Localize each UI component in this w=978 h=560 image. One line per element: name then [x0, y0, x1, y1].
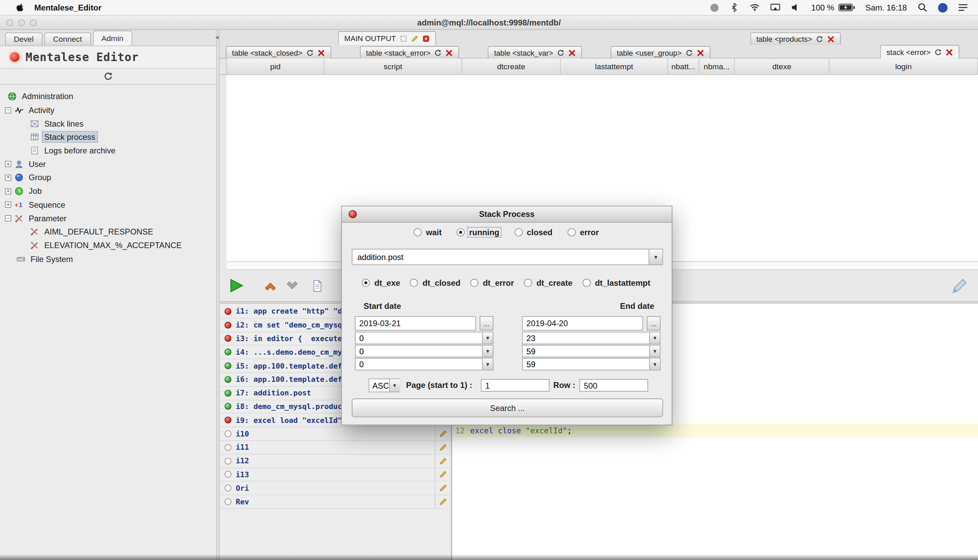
sidebar-tab-devel[interactable]: Devel — [5, 33, 42, 46]
collapse-icon[interactable]: − — [5, 215, 11, 221]
chevron-down-icon[interactable]: ▼ — [389, 379, 400, 392]
screen-mirroring-icon[interactable] — [770, 2, 780, 12]
sidebar-tab-admin[interactable]: Admin — [93, 30, 132, 45]
sort-order-combo[interactable]: ASC ▼ — [369, 378, 400, 392]
tree-item-aiml_default_response[interactable]: AIML_DEFAULT_RESPONSE — [0, 225, 216, 238]
script-item-i11[interactable]: i11 — [220, 441, 451, 455]
edit-icon[interactable] — [411, 35, 418, 42]
tree-item-administration[interactable]: Administration — [0, 90, 216, 103]
tab-table-products[interactable]: table <products> — [750, 33, 841, 45]
menu-app-name[interactable]: Mentalese_Editor — [34, 3, 102, 12]
chevron-down-icon[interactable]: ▼ — [649, 332, 660, 343]
wifi-icon[interactable] — [749, 2, 759, 12]
collapse-arrow-icon[interactable]: ◀ — [215, 35, 219, 40]
edit-script-button[interactable] — [435, 482, 451, 495]
tab-table-stack_var[interactable]: table <stack_var> — [488, 46, 582, 59]
end-time-combo-0[interactable]: 23▼ — [522, 332, 661, 345]
column-header-login[interactable]: login — [829, 59, 978, 74]
siri-icon[interactable] — [938, 3, 948, 12]
chevron-down-icon[interactable]: ▼ — [482, 332, 493, 343]
radio-wait[interactable]: wait — [414, 228, 443, 237]
edit-script-button[interactable] — [435, 468, 451, 481]
tree-item-group[interactable]: +Group — [0, 171, 216, 185]
tree-item-user[interactable]: +User — [0, 157, 216, 171]
column-header-nbatt[interactable]: nbatt... — [668, 59, 699, 74]
chevron-down-icon[interactable]: ▼ — [649, 345, 660, 357]
refresh-icon[interactable] — [103, 72, 113, 81]
refresh-icon[interactable] — [816, 35, 823, 43]
refresh-icon[interactable] — [434, 49, 442, 56]
page-field[interactable] — [481, 379, 549, 392]
start-time-combo-0[interactable]: 0▼ — [355, 332, 493, 345]
close-icon[interactable] — [568, 49, 576, 56]
expand-icon[interactable] — [400, 35, 407, 42]
tab-table-stack_error[interactable]: table <stack_error> — [360, 46, 459, 59]
start-date-field[interactable] — [355, 316, 476, 330]
chevron-down-icon[interactable]: ▼ — [482, 359, 493, 370]
record-icon[interactable] — [422, 35, 430, 42]
apple-icon[interactable] — [15, 2, 25, 12]
tree-item-stack-process[interactable]: Stack process — [0, 130, 216, 144]
bluetooth-icon[interactable] — [729, 2, 739, 12]
chevron-down-icon[interactable]: ▼ — [649, 359, 660, 370]
collapse-icon[interactable]: − — [5, 107, 11, 113]
minimize-window-button[interactable] — [18, 19, 25, 26]
column-header-nbma[interactable]: nbma... — [699, 59, 735, 74]
sidebar-splitter[interactable]: ◀ — [216, 30, 219, 560]
volume-icon[interactable] — [791, 2, 800, 12]
start-time-combo-1[interactable]: 0▼ — [355, 345, 493, 357]
close-icon[interactable] — [317, 49, 325, 56]
tree-item-activity[interactable]: −Activity — [0, 103, 216, 117]
move-down-button[interactable] — [285, 278, 299, 293]
run-button[interactable] — [228, 278, 245, 294]
status-dot-icon[interactable] — [710, 3, 718, 12]
tab-main-output[interactable]: MAIN OUTPUT — [338, 31, 436, 45]
document-button[interactable] — [311, 279, 324, 292]
sidebar-tab-connect[interactable]: Connect — [44, 33, 91, 46]
script-item-ori[interactable]: Ori — [220, 482, 451, 495]
close-icon[interactable] — [446, 49, 453, 56]
clean-button[interactable] — [951, 277, 968, 294]
search-button[interactable]: Search ... — [352, 398, 663, 417]
radio-error[interactable]: error — [567, 228, 600, 237]
expand-icon[interactable]: + — [5, 202, 11, 208]
spotlight-icon[interactable] — [918, 2, 927, 12]
tree-item-parameter[interactable]: −Parameter — [0, 212, 216, 225]
refresh-icon[interactable] — [686, 49, 693, 56]
column-header-pid[interactable]: pid — [227, 59, 324, 74]
expand-icon[interactable]: + — [5, 161, 11, 167]
column-header-lastattempt[interactable]: lastattempt — [561, 59, 668, 74]
expand-icon[interactable]: + — [5, 175, 11, 180]
zoom-window-button[interactable] — [30, 19, 37, 26]
move-up-button[interactable] — [263, 278, 277, 293]
menu-clock[interactable]: Sam. 16:18 — [865, 3, 907, 12]
column-header-dtcreate[interactable]: dtcreate — [462, 59, 561, 74]
start-date-browse-button[interactable]: ... — [479, 316, 493, 330]
chevron-down-icon[interactable]: ▼ — [649, 250, 662, 264]
refresh-icon[interactable] — [306, 49, 314, 56]
end-time-combo-2[interactable]: 59▼ — [522, 358, 661, 371]
close-window-button[interactable] — [6, 19, 13, 26]
edit-script-button[interactable] — [435, 455, 451, 467]
script-item-i12[interactable]: i12 — [220, 455, 451, 468]
dialog-titlebar[interactable]: Stack Process — [342, 207, 672, 223]
script-item-i10[interactable]: i10 — [220, 427, 451, 441]
notification-center-icon[interactable] — [958, 2, 968, 12]
tree-item-elevation_max_-_acceptance[interactable]: ELEVATION_MAX_%_ACCEPTANCE — [0, 238, 216, 252]
radio-dt_exe[interactable]: dt_exe — [362, 278, 401, 287]
tab-table-user_group[interactable]: table <user_group> — [611, 46, 710, 59]
end-date-field[interactable] — [522, 316, 643, 330]
edit-script-button[interactable] — [435, 427, 451, 440]
expand-icon[interactable]: + — [5, 188, 11, 194]
radio-dt_closed[interactable]: dt_closed — [410, 278, 462, 287]
row-field[interactable] — [579, 379, 648, 392]
script-combo[interactable]: addition.post ▼ — [352, 249, 663, 265]
tree-item-stack-lines[interactable]: Stack lines — [0, 117, 216, 130]
refresh-icon[interactable] — [557, 49, 564, 56]
end-time-combo-1[interactable]: 59▼ — [522, 345, 661, 357]
close-icon[interactable] — [827, 35, 835, 43]
radio-dt_create[interactable]: dt_create — [524, 278, 574, 287]
tree-item-sequence[interactable]: ++1Sequence — [0, 198, 216, 212]
edit-script-button[interactable] — [435, 441, 451, 454]
tree-item-job[interactable]: +Job — [0, 185, 216, 198]
